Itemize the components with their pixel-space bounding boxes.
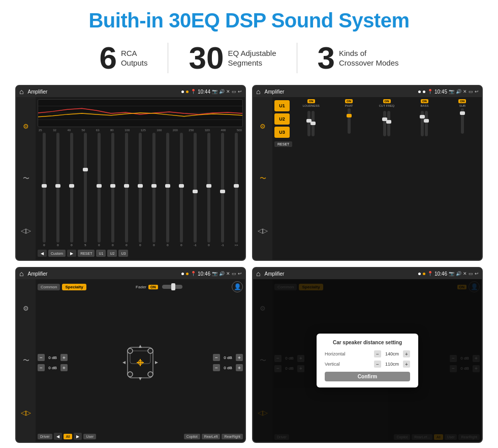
slider-track-2[interactable] (56, 133, 59, 243)
rear-right-btn-s3[interactable]: RearRight (222, 434, 243, 439)
u2-btn[interactable]: U2 (274, 113, 290, 125)
loudness-on[interactable]: ON (307, 99, 315, 103)
back-icon-s3[interactable]: ↩ (238, 271, 242, 276)
custom-label[interactable]: Custom (48, 250, 66, 257)
horizontal-minus[interactable]: − (374, 350, 381, 357)
u3-btn-s1[interactable]: U3 (118, 250, 128, 257)
slider-track-7[interactable] (125, 133, 128, 243)
prev-btn[interactable]: ◀ (38, 250, 47, 257)
close-icon-s3[interactable]: ✕ (226, 271, 230, 276)
speaker-icon[interactable]: ◁▷ (19, 224, 33, 237)
eq-icon-s3[interactable]: ⚙ (19, 302, 33, 315)
slider-track-9[interactable] (152, 133, 155, 243)
slider-thumb-7[interactable] (124, 184, 129, 188)
home-icon[interactable]: ⌂ (19, 87, 23, 96)
right-arrow-btn[interactable]: ▶ (74, 433, 82, 440)
sub-on[interactable]: ON (458, 99, 466, 103)
home-icon-s4[interactable]: ⌂ (256, 270, 260, 278)
slider-thumb-2[interactable] (55, 184, 60, 188)
next-btn[interactable]: ▶ (67, 250, 76, 257)
speaker-icon-s2[interactable]: ◁▷ (256, 224, 269, 237)
copilot-btn-s3[interactable]: Copilot (184, 434, 200, 439)
cutfreq-thumb2[interactable] (386, 120, 391, 124)
common-tab-s3[interactable]: Common (38, 284, 60, 290)
eq-icon[interactable]: ⚙ (19, 120, 33, 133)
slider-thumb-8[interactable] (138, 184, 143, 188)
minimize-icon[interactable]: ▭ (232, 89, 236, 94)
plus-fl2[interactable]: + (60, 364, 68, 371)
user-btn-s3[interactable]: User (83, 434, 96, 439)
rear-left-btn-s3[interactable]: RearLeft (202, 434, 221, 439)
back-icon[interactable]: ↩ (238, 89, 242, 94)
close-icon[interactable]: ✕ (226, 89, 230, 94)
slider-thumb-13[interactable] (206, 184, 211, 188)
slider-track-10[interactable] (166, 133, 169, 243)
slider-thumb-14[interactable] (220, 190, 225, 193)
slider-track-11[interactable] (180, 133, 183, 243)
home-icon-s3[interactable]: ⌂ (19, 270, 23, 278)
fader-on-badge[interactable]: ON (148, 285, 158, 289)
plus-fl1[interactable]: + (60, 354, 68, 361)
slider-track-5[interactable] (98, 133, 101, 243)
minus-fr2[interactable]: − (213, 364, 220, 371)
sub-thumb[interactable] (460, 111, 465, 115)
wave-icon-s2[interactable]: 〜 (256, 172, 269, 185)
wave-icon[interactable]: 〜 (19, 172, 33, 185)
phat-thumb[interactable] (347, 114, 352, 117)
u1-btn[interactable]: U1 (274, 100, 290, 111)
slider-thumb-4[interactable] (83, 168, 88, 171)
confirm-button[interactable]: Confirm (325, 372, 410, 381)
slider-track-14[interactable] (221, 133, 224, 243)
slider-thumb-11[interactable] (179, 184, 184, 188)
reset-btn-s1[interactable]: RESET (78, 250, 95, 257)
phat-on[interactable]: ON (345, 99, 353, 103)
back-icon-s4[interactable]: ↩ (475, 271, 479, 276)
u3-btn[interactable]: U3 (274, 127, 290, 138)
eq-icon-s2[interactable]: ⚙ (256, 120, 269, 133)
specialty-tab-s3[interactable]: Specialty (62, 284, 86, 290)
slider-track-15[interactable] (235, 133, 238, 243)
slider-thumb-10[interactable] (165, 184, 170, 188)
fader-slider-thumb[interactable] (171, 283, 175, 290)
slider-thumb-12[interactable] (193, 190, 198, 193)
vertical-minus[interactable]: − (374, 361, 381, 368)
slider-track-3[interactable] (70, 133, 73, 243)
minimize-icon-s3[interactable]: ▭ (232, 271, 236, 276)
bass-thumb2[interactable] (424, 119, 429, 123)
slider-thumb-15[interactable] (234, 184, 239, 188)
bass-thumb1[interactable] (420, 115, 425, 118)
cutfreq-on[interactable]: ON (383, 99, 391, 103)
slider-track-12[interactable] (194, 133, 197, 243)
slider-track-8[interactable] (139, 133, 142, 243)
minimize-icon-s2[interactable]: ▭ (469, 89, 473, 94)
wave-icon-s3[interactable]: 〜 (19, 354, 33, 367)
minimize-icon-s4[interactable]: ▭ (469, 271, 473, 276)
profile-icon-s3[interactable]: 👤 (232, 281, 243, 292)
minus-fl2[interactable]: − (38, 364, 45, 371)
horizontal-plus[interactable]: + (403, 350, 410, 357)
loudness-thumb2[interactable] (310, 122, 316, 125)
slider-track-13[interactable] (207, 133, 210, 243)
slider-thumb-9[interactable] (151, 184, 157, 188)
slider-thumb-6[interactable] (110, 184, 115, 188)
plus-fr1[interactable]: + (236, 354, 243, 361)
u1-btn-s1[interactable]: U1 (96, 250, 106, 257)
minus-fr1[interactable]: − (213, 354, 220, 361)
bass-on[interactable]: ON (421, 99, 428, 103)
u2-btn-s1[interactable]: U2 (107, 250, 117, 257)
home-icon-s2[interactable]: ⌂ (256, 87, 260, 96)
all-btn-s3[interactable]: All (64, 434, 73, 439)
reset-btn-s2[interactable]: RESET (274, 141, 292, 147)
slider-track-6[interactable] (111, 133, 114, 243)
speaker-icon-s3[interactable]: ◁▷ (19, 406, 33, 420)
slider-thumb-1[interactable] (42, 184, 47, 188)
slider-track-1[interactable] (43, 133, 46, 243)
slider-track-4[interactable] (84, 133, 87, 243)
close-icon-s4[interactable]: ✕ (463, 271, 467, 276)
back-icon-s2[interactable]: ↩ (475, 89, 479, 94)
close-icon-s2[interactable]: ✕ (463, 89, 467, 94)
slider-thumb-3[interactable] (69, 184, 74, 188)
minus-fl1[interactable]: − (38, 354, 45, 361)
vertical-plus[interactable]: + (403, 361, 410, 368)
slider-thumb-5[interactable] (97, 184, 102, 188)
